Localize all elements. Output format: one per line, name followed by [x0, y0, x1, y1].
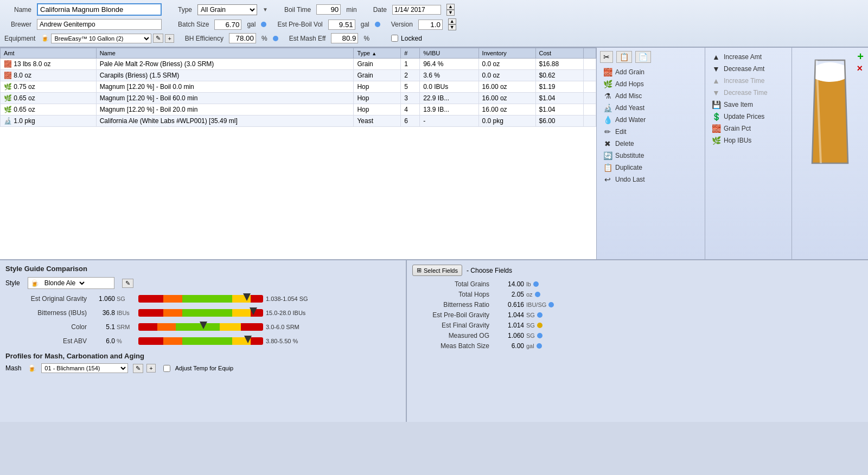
field-row: Measured OG 1.060 SG — [412, 332, 863, 339]
sidebar-btn-edit[interactable]: ✏Edit — [600, 126, 629, 138]
scissors-btn[interactable]: ✂ — [600, 51, 613, 63]
batch-size-input[interactable] — [214, 20, 241, 30]
version-down-btn[interactable]: ▼ — [448, 24, 456, 30]
gauge-range-3: 3.80-5.50 % — [266, 338, 326, 344]
right-btn-hop-ibus[interactable]: 🌿Hop IBUs — [709, 134, 754, 146]
est-preboil-info[interactable] — [375, 22, 380, 27]
right-btn-save-item[interactable]: 💾Save Item — [709, 99, 756, 111]
locked-checkbox[interactable] — [391, 35, 398, 42]
table-row[interactable]: 🔬 1.0 pkg California Ale (White Labs #WL… — [1, 115, 596, 127]
type-dropdown-icon: ▼ — [263, 7, 268, 12]
mash-edit-btn[interactable]: ✎ — [133, 364, 143, 373]
table-row[interactable]: 🧱 13 lbs 8.0 oz Pale Ale Malt 2-Row (Bri… — [1, 59, 596, 70]
field-dot-4[interactable] — [537, 323, 542, 328]
ingredients-section: Amt Name Type ▲ # %/IBU Inventory Cost 🧱… — [0, 48, 597, 259]
cell-pct-ibu: 3.6 % — [420, 70, 478, 81]
field-dot-1[interactable] — [535, 292, 540, 297]
right-btn-icon: 💲 — [711, 112, 721, 121]
copy-btn[interactable]: 📋 — [616, 51, 632, 63]
right-btn-update-prices[interactable]: 💲Update Prices — [709, 111, 767, 123]
right-btn-decrease-time[interactable]: ▼Decrease Time — [709, 87, 770, 99]
table-row[interactable]: 🧱 8.0 oz Carapils (Briess) (1.5 SRM) Gra… — [1, 70, 596, 81]
right-btn-increase-time[interactable]: ▲Increase Time — [709, 75, 767, 87]
type-select[interactable]: All Grain — [197, 4, 257, 15]
cell-type: Hop — [354, 81, 401, 93]
field-dot-3[interactable] — [537, 312, 542, 318]
gauge-row: Color 5.1 SRM 3.0-6.0 SRM — [5, 322, 400, 332]
sidebar-btn-delete[interactable]: ✖Delete — [600, 138, 637, 150]
cell-type: Grain — [354, 59, 401, 70]
right-btn-increase-amt[interactable]: ▲Increase Amt — [709, 51, 764, 63]
style-edit-btn[interactable]: ✎ — [122, 279, 133, 288]
field-dot-5[interactable] — [537, 333, 542, 338]
name-input[interactable] — [37, 3, 162, 16]
gauge-bar-0 — [138, 293, 263, 304]
equipment-select[interactable]: BrewEasy™ 10 Gallon (2) — [51, 34, 151, 43]
sidebar-btn-add-misc[interactable]: ⚗Add Misc — [600, 90, 644, 102]
est-preboil-input[interactable] — [328, 20, 355, 30]
est-mash-eff-input[interactable] — [331, 33, 358, 43]
cell-num: 1 — [401, 59, 420, 70]
field-dot-2[interactable] — [548, 302, 554, 307]
field-unit-4: SG — [526, 322, 535, 329]
field-dot-0[interactable] — [533, 281, 539, 287]
paste-btn[interactable]: 📄 — [635, 51, 651, 63]
table-row[interactable]: 🌿 0.75 oz Magnum [12.20 %] - Boil 0.0 mi… — [1, 81, 596, 93]
bh-efficiency-info[interactable] — [273, 36, 278, 41]
field-unit-0: lb — [526, 281, 531, 287]
batch-size-info[interactable] — [261, 22, 266, 27]
equipment-edit-btn[interactable]: ✎ — [153, 34, 163, 43]
cell-num: 2 — [401, 70, 420, 81]
select-fields-btn[interactable]: ⊞ Select Fields — [412, 265, 462, 276]
sidebar-btn-undo-last[interactable]: ↩Undo Last — [600, 174, 648, 185]
field-name-2: Bitterness Ratio — [412, 301, 494, 309]
cell-inventory: 0.0 pkg — [478, 115, 535, 127]
select-fields-label: Select Fields — [424, 267, 458, 274]
cell-empty — [583, 70, 596, 81]
right-btn-grain-pct[interactable]: 🧱Grain Pct — [709, 123, 754, 134]
bh-efficiency-input[interactable] — [229, 33, 256, 43]
sidebar-btn-add-hops[interactable]: 🌿Add Hops — [600, 78, 647, 90]
sidebar-btn-add-grain[interactable]: 🧱Add Grain — [600, 66, 647, 78]
table-row[interactable]: 🌿 0.65 oz Magnum [12.20 %] - Boil 60.0 m… — [1, 93, 596, 104]
style-label: Style — [5, 279, 20, 287]
version-input[interactable] — [418, 20, 443, 30]
sidebar-btn-icon: 🌿 — [603, 80, 612, 88]
date-down-btn[interactable]: ▼ — [446, 10, 455, 16]
right-btn-decrease-amt[interactable]: ▼Decrease Amt — [709, 63, 767, 75]
right-btn-icon: ▲ — [711, 53, 721, 61]
right-btn-icon: 💾 — [711, 100, 721, 109]
sidebar-btn-label: Delete — [615, 140, 634, 147]
sidebar-btn-label: Substitute — [615, 152, 644, 159]
adjust-temp-checkbox[interactable] — [163, 365, 170, 372]
table-row[interactable]: 🌿 0.65 oz Magnum [12.20 %] - Boil 20.0 m… — [1, 104, 596, 115]
mash-select[interactable]: 01 - Blichmann (154) — [41, 363, 128, 373]
field-dot-6[interactable] — [537, 343, 542, 349]
date-up-btn[interactable]: ▲ — [446, 4, 455, 10]
sidebar-btn-substitute[interactable]: 🔄Substitute — [600, 150, 647, 162]
mash-label: Mash — [5, 364, 21, 372]
cell-cost: $6.00 — [535, 115, 583, 127]
mash-add-btn[interactable]: + — [146, 364, 155, 373]
right-btn-icon: ▼ — [711, 88, 721, 97]
sidebar-btn-add-yeast[interactable]: 🔬Add Yeast — [600, 102, 647, 114]
gauge-row: Est Original Gravity 1.060 SG 1.038-1.05… — [5, 293, 400, 304]
sidebar-btn-add-water[interactable]: 💧Add Water — [600, 114, 648, 126]
brewer-input[interactable] — [37, 19, 162, 30]
close-recipe-btn[interactable]: × — [857, 63, 863, 74]
add-recipe-btn[interactable]: + — [857, 50, 864, 63]
style-guide-title: Style Guide Comparison — [5, 265, 400, 273]
style-select[interactable]: Blonde Ale — [41, 278, 86, 288]
sidebar-btn-icon: 🔬 — [603, 104, 612, 112]
right-btn-icon: ▼ — [711, 65, 721, 73]
version-up-btn[interactable]: ▲ — [448, 18, 456, 24]
cell-cost: $1.04 — [535, 93, 583, 104]
sidebar-btn-duplicate[interactable]: 📋Duplicate — [600, 162, 645, 174]
equipment-add-btn[interactable]: + — [165, 34, 174, 43]
row-icon: 🧱 — [4, 72, 12, 79]
right-btn-label: Update Prices — [724, 113, 764, 120]
sidebar-btn-label: Edit — [615, 128, 627, 136]
field-value-4: 1.014 — [494, 322, 526, 329]
boil-time-input[interactable] — [316, 4, 341, 15]
date-input[interactable] — [392, 5, 441, 15]
